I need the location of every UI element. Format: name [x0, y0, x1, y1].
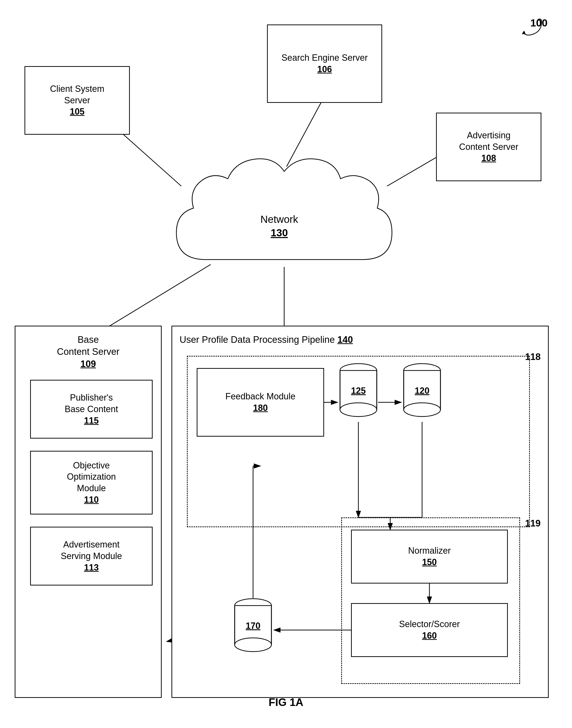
objective-optimization-module-ref: 110	[84, 494, 99, 506]
publishers-base-content-box: Publisher'sBase Content 115	[30, 380, 153, 438]
pipeline-arrows	[172, 326, 550, 699]
publishers-base-content-ref: 115	[84, 415, 99, 426]
advertisement-serving-module-label: AdvertisementServing Module	[61, 539, 122, 562]
search-engine-server-ref: 106	[317, 64, 332, 75]
client-system-server-box: Client SystemServer 105	[24, 66, 130, 135]
objective-optimization-module-label: ObjectiveOptimizationModule	[67, 460, 116, 494]
client-system-server-label: Client SystemServer	[50, 83, 104, 106]
svg-text:Network: Network	[261, 214, 298, 225]
base-content-server-ref: 109	[80, 359, 96, 369]
search-engine-server-label: Search Engine Server	[281, 52, 368, 64]
base-content-server-outer-box: BaseContent Server 109 Publisher'sBase C…	[15, 326, 162, 698]
objective-optimization-module-box: ObjectiveOptimizationModule 110	[30, 451, 153, 514]
network-cloud: Network 130	[157, 142, 402, 279]
advertisement-serving-module-ref: 113	[84, 562, 99, 573]
svg-marker-15	[522, 30, 525, 34]
client-system-server-ref: 105	[70, 106, 84, 117]
base-content-server-label: BaseContent Server	[57, 334, 120, 357]
advertising-content-server-box: AdvertisingContent Server 108	[436, 113, 542, 181]
diagram: 100 Search Engine Server 106 Client Syst…	[0, 0, 572, 728]
figure-ref-number: 100	[518, 15, 548, 47]
advertising-content-server-ref: 108	[481, 153, 496, 164]
advertisement-serving-module-box: AdvertisementServing Module 113	[30, 527, 153, 585]
search-engine-server-box: Search Engine Server 106	[267, 24, 382, 103]
figure-label: FIG 1A	[269, 696, 303, 708]
advertising-content-server-label: AdvertisingContent Server	[459, 130, 518, 153]
publishers-base-content-label: Publisher'sBase Content	[65, 392, 118, 415]
pipeline-outer-box: User Profile Data Processing Pipeline 14…	[171, 326, 549, 698]
svg-text:130: 130	[271, 227, 288, 239]
